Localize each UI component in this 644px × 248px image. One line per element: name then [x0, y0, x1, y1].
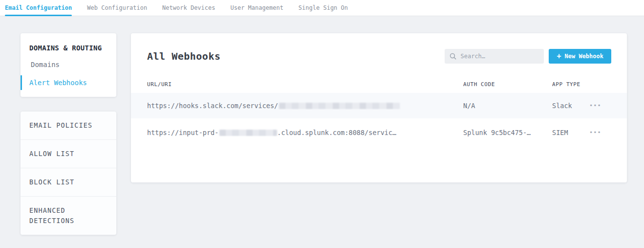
tab-email-configuration[interactable]: Email Configuration	[5, 0, 72, 16]
webhooks-panel: All Webhooks + New Webhook URL/URI AUTH …	[131, 33, 627, 182]
sidebar-item-allow-list[interactable]: ALLOW LIST	[21, 140, 116, 168]
sidebar-item-domains[interactable]: Domains	[21, 57, 116, 72]
new-webhook-label: New Webhook	[565, 53, 603, 60]
redacted-url-segment	[219, 130, 277, 136]
url-cell: https://input-prd- .cloud.splunk.com:808…	[147, 129, 463, 136]
row-actions-ellipsis-icon[interactable]: •••	[589, 100, 601, 111]
sidebar-item-email-policies[interactable]: EMAIL POLICIES	[21, 112, 116, 140]
tab-network-devices[interactable]: Network Devices	[162, 0, 215, 16]
table-row-splunk-webhook: https://input-prd- .cloud.splunk.com:808…	[131, 118, 627, 147]
search-box	[445, 49, 544, 64]
auth-code-cell: N/A	[463, 102, 552, 110]
webhooks-header: All Webhooks + New Webhook	[131, 33, 627, 75]
app-type-cell: SIEM	[552, 129, 589, 136]
table-row-slack-webhook: https://hooks.slack.com/services/ N/A Sl…	[131, 93, 627, 118]
column-header-url: URL/URI	[147, 81, 463, 88]
plus-icon: +	[557, 53, 561, 60]
tab-user-management[interactable]: User Management	[230, 0, 283, 16]
table-header-row: URL/URI AUTH CODE APP TYPE	[131, 75, 627, 93]
search-icon	[450, 53, 456, 60]
url-text: https://hooks.slack.com/services/	[147, 102, 278, 110]
new-webhook-button[interactable]: + New Webhook	[549, 49, 611, 64]
url-text-suffix: .cloud.splunk.com:8088/servic…	[277, 129, 396, 136]
domains-routing-card: DOMAINS & ROUTING Domains Alert Webhooks	[21, 33, 116, 97]
webhooks-table: URL/URI AUTH CODE APP TYPE https://hooks…	[131, 75, 627, 147]
domains-routing-heading: DOMAINS & ROUTING	[21, 44, 116, 54]
row-actions-ellipsis-icon[interactable]: •••	[589, 127, 601, 138]
url-text: https://input-prd-	[147, 129, 218, 136]
column-header-auth-code: AUTH CODE	[463, 81, 552, 88]
page-title: All Webhooks	[147, 50, 221, 62]
sidebar-item-enhanced-detections[interactable]: ENHANCED DETECTIONS	[21, 197, 116, 235]
sidebar-item-block-list[interactable]: BLOCK LIST	[21, 168, 116, 197]
auth-code-cell: Splunk 9c5bc475-…	[463, 129, 552, 136]
tab-web-configuration[interactable]: Web Configuration	[87, 0, 147, 16]
column-header-app-type: APP TYPE	[552, 81, 589, 88]
url-cell: https://hooks.slack.com/services/	[147, 102, 463, 110]
sidebar-item-alert-webhooks[interactable]: Alert Webhooks	[21, 75, 116, 90]
app-type-cell: Slack	[552, 102, 589, 110]
top-navigation: Email Configuration Web Configuration Ne…	[0, 0, 644, 16]
redacted-url-segment	[279, 103, 400, 109]
sidebar-sections-card: EMAIL POLICIES ALLOW LIST BLOCK LIST ENH…	[21, 112, 116, 235]
table-body: https://hooks.slack.com/services/ N/A Sl…	[131, 93, 627, 147]
header-actions: + New Webhook	[445, 49, 611, 64]
search-input[interactable]	[460, 53, 539, 60]
tab-single-sign-on[interactable]: Single Sign On	[299, 0, 348, 16]
